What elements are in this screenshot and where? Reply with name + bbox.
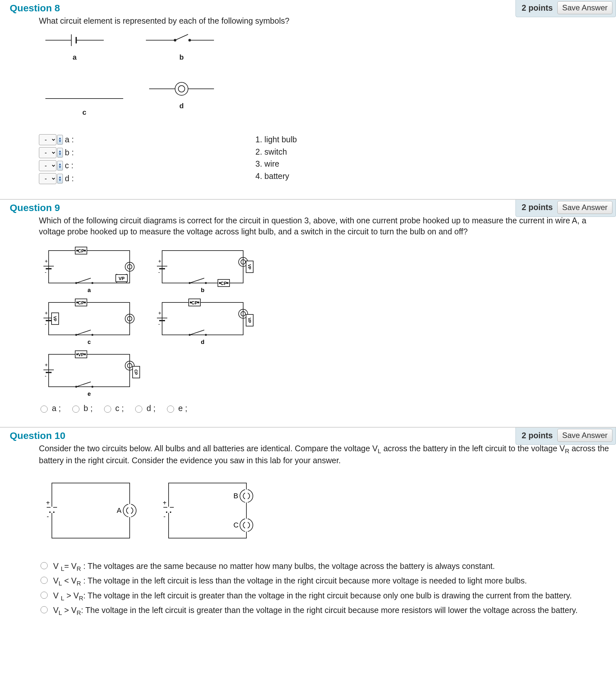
- svg-rect-67: [49, 354, 130, 387]
- svg-point-39: [219, 282, 221, 284]
- svg-text:-: -: [158, 269, 160, 275]
- svg-text:A: A: [117, 506, 122, 514]
- svg-line-63: [190, 330, 204, 335]
- points-label: 2 points: [522, 431, 553, 440]
- svg-text:CP: CP: [78, 300, 84, 305]
- svg-rect-45: [49, 303, 130, 335]
- select-b[interactable]: -: [39, 147, 57, 158]
- svg-text:c: c: [88, 339, 91, 345]
- svg-text:VP: VP: [78, 352, 84, 357]
- radio-label: b ;: [84, 403, 93, 414]
- radio-input[interactable]: [167, 405, 174, 413]
- symbol-label-c: c: [82, 108, 86, 116]
- option-text: 1. light bulb: [256, 134, 297, 145]
- radio-option-b[interactable]: b ;: [71, 403, 93, 414]
- svg-text:CP: CP: [220, 281, 227, 286]
- points-save-bar: 2 points Save Answer: [515, 427, 616, 445]
- svg-point-54: [91, 334, 93, 336]
- select-c[interactable]: -: [39, 160, 57, 171]
- svg-point-65: [205, 334, 207, 336]
- match-item-d: - ▲▼ d :: [39, 173, 74, 184]
- svg-rect-34: [162, 250, 243, 283]
- match-item-a: - ▲▼ a :: [39, 134, 74, 145]
- save-answer-button[interactable]: Save Answer: [557, 1, 612, 14]
- radio-input[interactable]: [41, 562, 48, 569]
- svg-text:-: -: [163, 513, 166, 520]
- svg-rect-93: [169, 483, 246, 538]
- svg-line-6: [175, 35, 188, 40]
- question-body: Which of the following circuit diagrams …: [39, 215, 610, 414]
- match-label: c :: [65, 160, 73, 171]
- question-9: 2 points Save Answer Question 9 Which of…: [0, 200, 616, 427]
- svg-text:-: -: [47, 513, 49, 520]
- match-item-c: - ▲▼ c :: [39, 160, 74, 171]
- radio-option-c[interactable]: c ;: [103, 403, 124, 414]
- radio-option-4[interactable]: VL > VR: The voltage in the left circuit…: [39, 605, 610, 617]
- svg-text:C: C: [234, 521, 239, 529]
- save-answer-button[interactable]: Save Answer: [557, 201, 612, 214]
- svg-rect-87: [128, 503, 131, 519]
- svg-text:VP: VP: [119, 276, 125, 281]
- svg-point-61: [197, 302, 199, 304]
- radio-input[interactable]: [41, 577, 48, 584]
- two-circuits-diagram: + - A: [39, 470, 610, 554]
- svg-line-74: [76, 382, 91, 387]
- svg-point-71: [76, 353, 78, 355]
- stepper-icon[interactable]: ▲▼: [57, 135, 63, 145]
- select-d[interactable]: -: [39, 173, 57, 184]
- stepper-icon[interactable]: ▲▼: [57, 161, 63, 171]
- svg-text:+: +: [163, 499, 167, 506]
- svg-text:d: d: [201, 339, 204, 345]
- svg-text:+: +: [46, 499, 50, 506]
- option-text: 3. wire: [256, 158, 297, 170]
- svg-text:+: +: [45, 258, 48, 264]
- option-text: 2. switch: [256, 147, 297, 158]
- points-label: 2 points: [522, 203, 553, 212]
- radio-option-2[interactable]: VL < VR : The voltage in the left circui…: [39, 575, 610, 588]
- radio-option-1[interactable]: V L= VR : The voltages are the same beca…: [39, 561, 610, 573]
- question-body: Consider the two circuits below. All bul…: [39, 443, 610, 617]
- svg-text:B: B: [234, 492, 238, 500]
- stepper-icon[interactable]: ▲▼: [57, 148, 63, 158]
- svg-text:-: -: [45, 373, 46, 379]
- radio-option-3[interactable]: V L > VR: The voltage in the left circui…: [39, 590, 610, 602]
- question-8: 2 points Save Answer Question 8 What cir…: [0, 0, 616, 200]
- svg-text:+: +: [45, 310, 48, 316]
- svg-line-41: [190, 278, 204, 283]
- svg-rect-103: [245, 488, 248, 504]
- radio-option-d[interactable]: d ;: [134, 403, 156, 414]
- select-a[interactable]: -: [39, 134, 57, 145]
- radio-label: VL < VR : The voltage in the left circui…: [53, 575, 527, 588]
- svg-point-72: [84, 353, 86, 355]
- svg-point-11: [175, 82, 188, 95]
- svg-point-12: [178, 86, 185, 92]
- svg-text:+: +: [158, 310, 161, 316]
- radio-option-a[interactable]: a ;: [39, 403, 61, 414]
- svg-text:b: b: [201, 287, 204, 293]
- svg-text:CP: CP: [191, 300, 197, 305]
- radio-input[interactable]: [41, 405, 48, 413]
- svg-point-51: [84, 302, 86, 304]
- radio-option-e[interactable]: e ;: [166, 403, 188, 414]
- radio-input[interactable]: [41, 606, 48, 613]
- radio-input[interactable]: [104, 405, 111, 413]
- svg-text:-: -: [45, 321, 46, 327]
- radio-input[interactable]: [135, 405, 142, 413]
- svg-text:VP: VP: [52, 316, 57, 321]
- svg-point-31: [75, 282, 77, 284]
- save-answer-button[interactable]: Save Answer: [557, 429, 612, 442]
- svg-line-52: [76, 330, 91, 335]
- radio-label: e ;: [178, 403, 188, 414]
- question-body: What circuit element is represented by e…: [39, 16, 610, 186]
- stepper-icon[interactable]: ▲▼: [57, 174, 63, 183]
- svg-text:CP: CP: [78, 248, 84, 253]
- radio-input[interactable]: [41, 592, 48, 599]
- question-prompt: Which of the following circuit diagrams …: [39, 215, 610, 237]
- radio-input[interactable]: [72, 405, 80, 413]
- svg-text:-: -: [158, 321, 160, 327]
- svg-text:+: +: [45, 362, 48, 368]
- question-prompt: What circuit element is represented by e…: [39, 16, 610, 27]
- svg-point-60: [190, 302, 192, 304]
- radio-label: V L= VR : The voltages are the same beca…: [53, 561, 495, 573]
- question-10: 2 points Save Answer Question 10 Conside…: [0, 427, 616, 633]
